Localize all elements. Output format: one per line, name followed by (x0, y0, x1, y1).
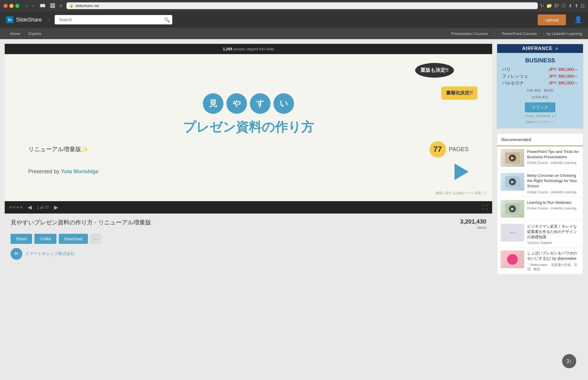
address-bar[interactable]: 🔒 slideshare.net (66, 2, 538, 9)
recommended-header: Recommended (497, 134, 583, 146)
browser-navigation: ‹ › (24, 3, 36, 9)
search-container: 🔍 (55, 15, 172, 24)
route-price-2: JPY 390,000～ (549, 74, 578, 79)
upload-button[interactable]: Upload (538, 14, 566, 25)
close-button[interactable] (4, 4, 8, 8)
next-slide-button[interactable]: ▶ (52, 204, 60, 211)
download-button[interactable]: ⬇ (568, 3, 572, 9)
rec-item-1[interactable]: ▶ PowerPoint Tips and Tricks for Busines… (497, 146, 583, 170)
back-button[interactable]: ‹ (24, 3, 29, 9)
maximize-button[interactable] (15, 4, 19, 8)
site-header: in SlideShare | 🔍 Upload 👤 (0, 11, 588, 28)
resize-button[interactable]: ⊡ (581, 3, 584, 9)
rec-subtitle-5: 「MakeLeaps」 提案書の作成、管理、郵送 (527, 263, 579, 271)
search-button[interactable]: 🔍 (164, 17, 170, 23)
ad-cta-button[interactable]: クリック (525, 102, 555, 112)
rec-thumb-2: ▶ (501, 173, 524, 191)
rec-item-4[interactable]: — ビジネスマン必見！キレイな提案書を作るためのデザインの基礎知識 Tsutom… (497, 221, 583, 248)
rec-title-4: ビジネスマン必見！キレイな提案書を作るためのデザインの基礎知識 (527, 224, 579, 240)
rec-subtitle-4: Tsutomu Sogitani (527, 241, 579, 244)
slide-title-row: 見やすいプレゼン資料の作り方 - リニューアル増量版 3,201,430 vie… (11, 218, 486, 230)
nav-powerpoint-courses[interactable]: PowerPoint Courses (498, 28, 541, 39)
rec-info-5: しょぼいプレゼンをパワポのせいにするな! by @jessedee 「MakeL… (527, 251, 579, 271)
views-label: views (477, 225, 486, 230)
by-linkedin-label: by LinkedIn Learning (547, 31, 582, 36)
dots-container (9, 206, 22, 209)
rec-thumb-5 (501, 251, 524, 268)
fullscreen-button[interactable]: ⛶ (482, 204, 487, 211)
rec-info-1: PowerPoint Tips and Tricks for Business … (527, 149, 579, 167)
play-icon-2: ▶ (509, 178, 516, 185)
ad-small-1: ご予約は 2018/05/31 まで (502, 114, 578, 118)
route-price-3: JPY 390,000～ (549, 80, 578, 86)
ad-header: AIRFRANCE ✈ (497, 44, 583, 53)
speech-bubble: 重版も決定!! (415, 63, 454, 78)
clip-text: people clipped this slide (233, 47, 274, 51)
views-count: 3,201,430 views (460, 218, 486, 230)
upload-arrow-button[interactable]: ⬆ (574, 3, 578, 9)
circle-2: や (226, 93, 247, 114)
share-button[interactable]: Share (11, 234, 32, 244)
slide-content: 重版も決定!! 書籍化決定!! 見 や す い プレゼン資料の作り方 リニューア… (5, 54, 492, 201)
nav-presentation-courses[interactable]: Presentation Courses (447, 28, 492, 39)
rec-item-2[interactable]: ▶ Betsy Corcoran on Choosing the Right T… (497, 170, 583, 197)
nav-explore[interactable]: Explore (24, 28, 46, 39)
search-input[interactable] (55, 15, 172, 24)
presenter-name: Yuta Morishige (61, 169, 98, 174)
views-number: 3,201,430 (460, 218, 486, 225)
pages-label: PAGES (449, 146, 469, 153)
nav-pipe: | (495, 31, 496, 36)
reading-view-button[interactable]: 📖 (38, 2, 47, 9)
nav-home[interactable]: Home (6, 28, 24, 39)
ad-banner[interactable]: AIRFRANCE ✈ BUSINESS パリ JPY 390,000～ フィレ… (497, 44, 583, 129)
logo[interactable]: in SlideShare (6, 16, 42, 23)
download-button[interactable]: Download (59, 234, 88, 244)
logo-divider: | (48, 17, 49, 22)
circle-4: い (273, 93, 294, 114)
minimize-button[interactable] (9, 4, 14, 8)
nav-courses: Presentation Courses | PowerPoint Course… (447, 28, 582, 39)
unlike-button[interactable]: Unlike (34, 234, 56, 244)
rec-item-5[interactable]: しょぼいプレゼンをパワポのせいにするな! by @jessedee 「MakeL… (497, 248, 583, 274)
pages-num: 77 (430, 141, 446, 158)
author-row: SC スマートキャンプ株式会社 (11, 248, 486, 260)
ad-route-3: バルセロナ JPY 390,000～ (502, 80, 578, 86)
author-name[interactable]: スマートキャンプ株式会社 (25, 251, 75, 256)
slide-controls: ◀ 1 of 77 ▶ ⛶ (5, 201, 492, 214)
hatena-button[interactable]: B! (554, 3, 559, 9)
action-buttons: Share Unlike Download ··· (11, 234, 486, 244)
forward-button[interactable]: › (30, 3, 35, 9)
rec-subtitle-2: Online Course - LinkedIn Learning (527, 190, 579, 194)
book-badge: 書籍化決定!! (441, 86, 477, 100)
pages-container: 77 PAGES (430, 141, 469, 158)
tab-bar: 📖 🅿 ≡ (38, 2, 64, 9)
linkedin-icon: in (6, 16, 14, 23)
traffic-lights (4, 4, 19, 8)
slide-viewer[interactable]: 重版も決定!! 書籍化決定!! 見 や す い プレゼン資料の作り方 リニューア… (5, 54, 492, 201)
rec-title-2: Betsy Corcoran on Choosing the Right Tec… (527, 173, 579, 189)
rec-title-5: しょぼいプレゼンをパワポのせいにするな! by @jessedee (527, 251, 579, 261)
rec-thumb-1: ▶ (501, 149, 524, 167)
pocket-button[interactable]: 🅿 (49, 3, 57, 9)
circle-1: 見 (203, 93, 223, 114)
prev-slide-button[interactable]: ◀ (26, 204, 34, 211)
user-icon[interactable]: 👤 (574, 16, 582, 24)
ad-route-1: パリ JPY 390,000～ (502, 67, 578, 72)
rec-item-3[interactable]: ▶ Learning to Run Webinars Online Course… (497, 197, 583, 221)
clip-count: 1,255 (223, 47, 233, 51)
slide-title: 見やすいプレゼン資料の作り方 - リニューアル増量版 (11, 218, 151, 226)
ad-route-2: フィレンツェ JPY 390,000～ (502, 74, 578, 79)
dot-1 (9, 206, 12, 209)
share-button[interactable]: ≡ (58, 3, 64, 9)
slide-main-title: プレゼン資料の作り方 (183, 119, 314, 136)
arrow-decoration (455, 164, 469, 180)
info-button[interactable]: ⓘ (561, 3, 566, 9)
reader-button[interactable]: 📁 (546, 3, 552, 9)
clip-bar: 1,255 people clipped this slide (5, 44, 492, 54)
play-icon-3: ▶ (509, 205, 516, 212)
route-city-1: パリ (502, 67, 511, 72)
reload-button[interactable]: ↻ (540, 3, 544, 9)
more-button[interactable]: ··· (90, 234, 101, 244)
presenter-row: Presented by Yuta Morishige (28, 169, 98, 175)
browser-actions: ↻ 📁 B! ⓘ ⬇ ⬆ ⊡ (540, 3, 584, 9)
